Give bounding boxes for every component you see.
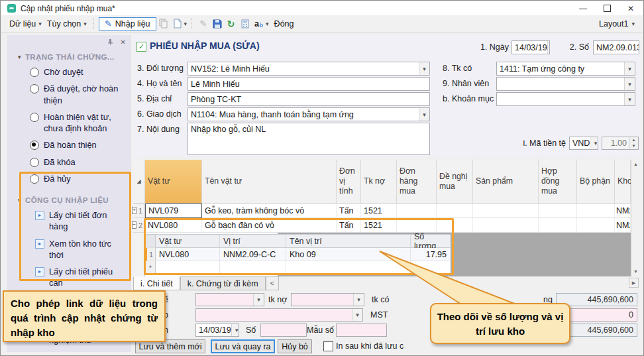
transaction-field[interactable]: N1104: Mua hàng, thanh toán bằng tạm ứng…: [188, 107, 430, 121]
status-section-header[interactable]: ▾ TRẠNG THÁI CHỨNG...: [7, 47, 131, 64]
status-option-da-khoa[interactable]: Đã khóa: [7, 154, 131, 170]
cell-kho[interactable]: NM2: [615, 204, 631, 218]
credit-account-field[interactable]: 1411: Tạm ứng công ty▾: [496, 62, 635, 76]
tax-debit-field[interactable]: ▾: [291, 293, 364, 306]
tools-section-header[interactable]: ▾ CÔNG CỤ NHẬP LIỆU: [7, 187, 131, 207]
grid-col-tk-no[interactable]: Tk nợ: [361, 160, 397, 204]
save-button[interactable]: [210, 17, 224, 30]
cell-hop-dong-mua[interactable]: [539, 204, 577, 218]
status-option-da-huy[interactable]: Đã hủy: [7, 170, 131, 187]
grid-col-dvt[interactable]: Đơn vị tính: [337, 160, 361, 204]
cell-san-pham[interactable]: [473, 218, 539, 233]
cell-vat-tu[interactable]: NVL080: [145, 218, 202, 233]
menu-data[interactable]: Dữ liệu▾: [7, 18, 44, 30]
cell-tk-no[interactable]: 1521: [361, 204, 397, 218]
caret-down-icon[interactable]: ▾: [590, 137, 598, 149]
collapse-row-icon[interactable]: −: [132, 221, 136, 229]
tab-chi-tiet[interactable]: i. Chi tiết: [133, 276, 180, 290]
caret-down-icon[interactable]: ▾: [353, 294, 364, 306]
refresh-button[interactable]: ↻: [224, 17, 238, 30]
detail-col-vi-tri[interactable]: Vị trí: [220, 235, 286, 248]
expand-row-icon[interactable]: +: [132, 207, 136, 214]
content-field[interactable]: Nhập kho gỗ, củi NL: [188, 123, 430, 155]
cell-de-nghi-mua[interactable]: [437, 218, 473, 233]
calculator-button[interactable]: [238, 17, 252, 30]
cell-don-hang-mua[interactable]: [397, 218, 437, 233]
currency-field[interactable]: VND▾: [569, 137, 598, 150]
tab-scroll-left-icon[interactable]: <: [266, 276, 279, 290]
close-button[interactable]: ✕: [619, 1, 643, 15]
cell-ten-vat-tu[interactable]: Gỗ bạch đàn có vỏ: [202, 218, 337, 233]
detail-col-ten-vi-tri[interactable]: Tên vị trí: [286, 235, 411, 248]
cell-vat-tu[interactable]: NVL079: [145, 204, 202, 218]
copy-document-button[interactable]: [156, 17, 170, 30]
caret-down-icon[interactable]: ▾: [231, 324, 239, 336]
grid-col-kho[interactable]: Kho: [615, 160, 631, 204]
grid-col-de-nghi-mua[interactable]: Đề nghị mua: [437, 160, 473, 204]
tax-field[interactable]: ▾: [195, 293, 264, 306]
grid-col-ten-vat-tu[interactable]: Tên vật tư: [202, 160, 337, 204]
minimize-button[interactable]: —: [571, 1, 595, 15]
form-number-field[interactable]: [336, 324, 387, 337]
caret-down-icon[interactable]: ▾: [624, 78, 635, 90]
cell-dvt[interactable]: Tấn: [337, 204, 361, 218]
detail-col-vat-tu[interactable]: Vật tư: [156, 235, 220, 248]
caret-down-icon[interactable]: ▾: [253, 294, 264, 306]
tool-xem-ton-kho[interactable]: ▸Xem tồn kho tức thời: [7, 235, 131, 264]
date-field[interactable]: 14/03/19▾: [511, 40, 550, 54]
pin-icon[interactable]: [107, 38, 114, 46]
tool-lay-chi-tiet-don-hang[interactable]: ▸Lấy chi tiết đơn hàng: [7, 207, 131, 235]
close-form-button[interactable]: Đóng: [269, 19, 299, 29]
input-mode-button[interactable]: ✎ Nhập liệu: [99, 17, 156, 30]
detail-row-gutter[interactable]: 1: [146, 248, 156, 261]
supplier-field[interactable]: ▾: [195, 308, 363, 322]
grid-col-hop-dong-mua[interactable]: Hợp đồng mua: [539, 160, 577, 204]
cell-de-nghi-mua[interactable]: [437, 204, 473, 218]
grid-col-san-pham[interactable]: Sản phẩm: [473, 160, 539, 204]
detail-col-so-luong[interactable]: Số lượng: [411, 235, 451, 248]
maximize-button[interactable]: [595, 1, 619, 15]
address-field[interactable]: Phòng TC-KT: [188, 92, 430, 106]
cell-hop-dong-mua[interactable]: [539, 218, 577, 233]
number-field[interactable]: NM2.09.0138: [593, 40, 639, 54]
status-option-hoan-thien-vat-tu[interactable]: Hoàn thiện vật tư, chưa định khoản: [7, 109, 131, 137]
sidebar-close-icon[interactable]: ✕: [121, 38, 126, 46]
layout-selector[interactable]: Layout1 ▾: [599, 19, 635, 29]
invoice-number-field[interactable]: [260, 324, 307, 337]
detail-new-cell[interactable]: [220, 261, 286, 274]
grid-col-vat-tu[interactable]: Vật tư: [145, 160, 202, 204]
cancel-button[interactable]: Hủy bỏ: [278, 339, 312, 353]
grid-corner-cell[interactable]: ◢: [133, 160, 145, 204]
employee-field[interactable]: ▾: [496, 77, 635, 91]
status-option-cho-duyet[interactable]: Chờ duyệt: [7, 64, 131, 80]
detail-cell-vi-tri[interactable]: NNM2.09-C-C: [220, 248, 286, 261]
cell-san-pham[interactable]: [473, 204, 539, 218]
detail-new-cell[interactable]: [156, 261, 220, 274]
grid-col-don-hang-mua[interactable]: Đơn hàng mua: [397, 160, 437, 204]
edit-record-button[interactable]: ✎: [196, 17, 210, 30]
invoice-date-field[interactable]: 14/03/19▾: [195, 324, 239, 337]
detail-cell-vat-tu[interactable]: NVL080: [156, 248, 220, 261]
scroll-up-icon[interactable]: ▲: [631, 160, 640, 168]
caret-down-icon[interactable]: ▾: [419, 108, 429, 121]
row-gutter[interactable]: +1: [133, 204, 145, 218]
cell-ten-vat-tu[interactable]: Gỗ keo, tràm không bóc vỏ: [202, 204, 337, 218]
cell-kho[interactable]: NM2: [615, 218, 631, 233]
caret-down-icon[interactable]: ▾: [352, 309, 362, 321]
grid-vertical-scrollbar[interactable]: ▲ ▼: [631, 160, 639, 276]
cell-don-hang-mua[interactable]: [397, 204, 437, 218]
spinner-control[interactable]: ▲▼: [629, 137, 638, 149]
cell-bo-phan[interactable]: [577, 204, 615, 218]
cell-tk-no[interactable]: 1521: [361, 218, 397, 233]
caret-down-icon[interactable]: ▾: [624, 93, 635, 105]
new-document-button[interactable]: [170, 17, 184, 30]
print-after-save-checkbox[interactable]: [323, 341, 333, 351]
menu-options[interactable]: Tùy chọn▾: [44, 18, 89, 30]
caret-down-icon[interactable]: ▾: [419, 62, 429, 75]
save-and-exit-button[interactable]: Lưu và quay ra: [211, 339, 275, 353]
fullname-field[interactable]: Lê Minh Hiếu: [188, 77, 430, 91]
status-option-da-hoan-thien[interactable]: Đã hoàn thiện: [7, 137, 131, 153]
new-document-caret-icon[interactable]: ▾: [184, 21, 188, 27]
cell-bo-phan[interactable]: [577, 218, 615, 233]
scroll-right-icon[interactable]: ▶: [629, 278, 639, 288]
